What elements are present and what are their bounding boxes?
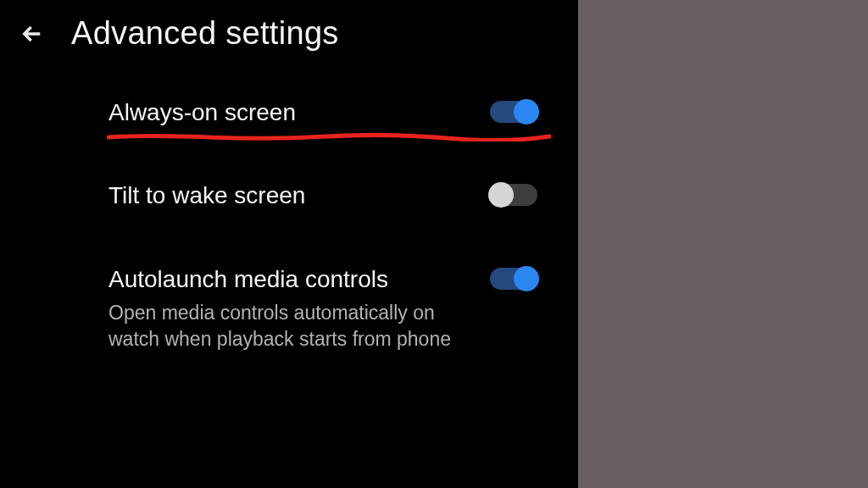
setting-always-on-screen[interactable]: Always-on screen: [108, 97, 537, 128]
setting-text: Always-on screen: [108, 97, 490, 128]
settings-panel: Advanced settings Always-on screen Tilt …: [0, 0, 578, 488]
annotation-underline: [107, 133, 551, 141]
side-strip: [578, 0, 868, 488]
toggle-tilt-to-wake[interactable]: [490, 184, 537, 206]
setting-title: Tilt to wake screen: [108, 180, 456, 211]
setting-text: Autolaunch media controls Open media con…: [108, 264, 490, 352]
setting-tilt-to-wake[interactable]: Tilt to wake screen: [108, 180, 537, 211]
header: Advanced settings: [0, 0, 578, 64]
toggle-knob: [514, 266, 539, 291]
toggle-knob: [514, 99, 539, 125]
back-arrow-icon: [19, 20, 46, 47]
setting-title: Autolaunch media controls: [108, 264, 456, 295]
setting-autolaunch-media[interactable]: Autolaunch media controls Open media con…: [108, 264, 537, 352]
toggle-knob: [488, 182, 514, 208]
back-button[interactable]: [17, 19, 47, 49]
toggle-autolaunch-media[interactable]: [490, 268, 537, 290]
setting-title: Always-on screen: [108, 97, 456, 128]
page-title: Advanced settings: [71, 15, 339, 52]
toggle-always-on-screen[interactable]: [490, 101, 537, 123]
setting-text: Tilt to wake screen: [108, 180, 490, 211]
setting-description: Open media controls automatically on wat…: [108, 300, 456, 352]
settings-list: Always-on screen Tilt to wake screen Aut…: [0, 64, 578, 405]
